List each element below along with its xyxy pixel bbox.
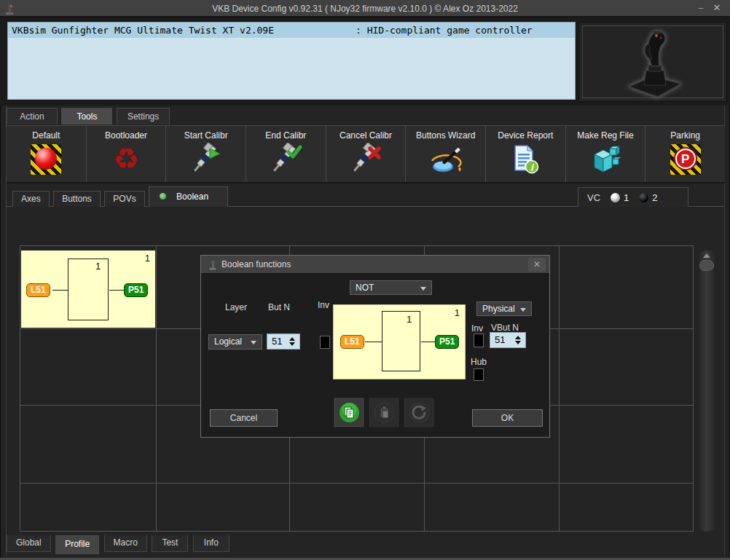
tab-settings[interactable]: Settings <box>117 108 170 125</box>
inv-checkbox[interactable] <box>320 336 330 349</box>
bootloader-button[interactable]: Bootloader ♻ <box>87 126 167 182</box>
gate-number: 1 <box>407 314 412 325</box>
make-reg-file-button[interactable]: Make Reg File <box>566 126 646 182</box>
copy-button[interactable] <box>334 398 364 427</box>
input-badge: L51 <box>340 335 364 349</box>
vc-radio-2[interactable] <box>639 193 648 202</box>
default-button[interactable]: Default <box>7 126 87 182</box>
parking-label: Parking <box>645 130 725 141</box>
dialog-joystick-icon <box>208 259 218 271</box>
end-calibr-button[interactable]: End Calibr <box>246 126 326 182</box>
scroll-up-arrow[interactable] <box>703 253 710 258</box>
bottom-tabbar: Global Profile Macro Test Info <box>7 535 231 555</box>
layer-label: Layer <box>225 302 247 312</box>
tab-boolean-label: Boolean <box>176 192 208 202</box>
device-row[interactable]: VKBsim Gunfighter MCG Ultimate Twist XT … <box>8 23 575 38</box>
vbut-n-spinner[interactable]: 51 <box>490 332 526 348</box>
end-calibr-label: End Calibr <box>246 130 326 141</box>
tab-axes[interactable]: Axes <box>12 191 50 207</box>
spinner-down-icon[interactable] <box>289 342 295 346</box>
start-calibr-label: Start Calibr <box>166 130 246 141</box>
vc-panel: VC 1 2 <box>578 187 688 207</box>
paste-button[interactable] <box>369 398 399 427</box>
tab-tools[interactable]: Tools <box>61 108 112 125</box>
scroll-thumb[interactable] <box>699 260 714 271</box>
parking-icon: P <box>669 143 702 176</box>
device-report-icon: i <box>509 143 542 176</box>
device-report-button[interactable]: Device Report i <box>486 126 566 182</box>
device-list[interactable]: VKBsim Gunfighter MCG Ultimate Twist XT … <box>7 22 576 100</box>
spinner-down-icon[interactable] <box>515 341 521 344</box>
output-badge: P51 <box>124 283 148 297</box>
function-select[interactable]: NOT <box>350 280 432 295</box>
chevron-down-icon <box>520 308 526 312</box>
layer-select[interactable]: Logical <box>208 334 262 350</box>
buttons-wizard-icon <box>429 143 463 176</box>
output-badge: P51 <box>435 335 459 349</box>
joystick-image <box>616 27 691 100</box>
chevron-down-icon <box>251 341 256 344</box>
ok-button[interactable]: OK <box>472 409 543 427</box>
but-n-label: But N <box>268 302 290 312</box>
tab-povs[interactable]: POVs <box>104 191 144 207</box>
wire <box>109 290 124 291</box>
dialog-diagram: 1 1 L51 P51 <box>333 304 466 379</box>
inv2-checkbox[interactable] <box>474 334 484 347</box>
tab-macro[interactable]: Macro <box>104 535 147 552</box>
minimize-button[interactable]: – <box>692 0 710 17</box>
tab-global[interactable]: Global <box>7 535 51 552</box>
gate-number: 1 <box>95 261 101 272</box>
bootloader-label: Bootloader <box>87 130 166 141</box>
but-n-spinner[interactable]: 51 <box>267 334 300 350</box>
gate-box <box>382 311 420 371</box>
spinner-up-icon[interactable] <box>289 337 295 341</box>
titlebar: VKB Device Config v0.92.31 ( NJoy32 firm… <box>0 0 730 17</box>
input-badge: L51 <box>26 283 50 297</box>
tab-action[interactable]: Action <box>7 108 58 125</box>
close-button[interactable]: ✕ <box>708 0 726 17</box>
vertical-scrollbar[interactable] <box>698 251 716 532</box>
parking-button[interactable]: Parking P <box>645 126 725 182</box>
vc-option-1-label: 1 <box>624 192 629 203</box>
buttons-wizard-button[interactable]: Buttons Wizard <box>406 126 486 182</box>
cancel-calibr-label: Cancel Calibr <box>326 130 406 141</box>
tab-profile[interactable]: Profile <box>55 535 99 554</box>
dialog-titlebar[interactable]: Boolean functions ✕ <box>201 256 549 274</box>
grid-line <box>156 246 157 531</box>
copy-icon <box>339 402 360 423</box>
paste-icon <box>374 402 395 423</box>
cancel-calibr-button[interactable]: Cancel Calibr <box>326 126 407 182</box>
spinner-up-icon[interactable] <box>515 336 521 339</box>
reset-button[interactable] <box>404 398 434 427</box>
default-icon <box>29 143 63 176</box>
grid-line <box>559 246 560 531</box>
tab-info[interactable]: Info <box>193 535 229 552</box>
cancel-button[interactable]: Cancel <box>210 409 278 427</box>
vc-radio-1[interactable] <box>611 193 620 202</box>
hub-label: Hub <box>471 357 487 367</box>
cancel-calibr-icon <box>349 143 382 176</box>
tab-test[interactable]: Test <box>152 535 188 552</box>
output-type-select[interactable]: Physical <box>476 301 532 316</box>
vbut-n-label: VBut N <box>491 323 519 333</box>
tab-boolean[interactable]: Boolean <box>149 186 228 207</box>
boolean-functions-dialog: Boolean functions ✕ NOT Layer But N Inv … <box>200 255 550 438</box>
tab-buttons[interactable]: Buttons <box>53 191 101 207</box>
vkb-device-config-window: { "titlebar": { "title": "VKB Device Con… <box>0 0 730 560</box>
wire <box>52 290 68 291</box>
but-n-value: 51 <box>272 336 282 347</box>
device-report-label: Device Report <box>486 130 565 141</box>
default-label: Default <box>7 130 86 141</box>
dialog-close-button[interactable]: ✕ <box>528 258 546 272</box>
vbut-n-value: 51 <box>495 334 505 345</box>
boolean-cell-1[interactable]: 1 1 L51 P51 <box>21 251 155 328</box>
hub-checkbox[interactable] <box>474 368 484 381</box>
device-type: : HID-compliant game controller <box>356 25 533 36</box>
end-calibr-icon <box>269 143 302 176</box>
top-section: VKBsim Gunfighter MCG Ultimate Twist XT … <box>0 17 730 106</box>
start-calibr-button[interactable]: Start Calibr <box>166 126 246 182</box>
device-photo-panel <box>578 22 727 102</box>
grid-line <box>20 483 693 484</box>
output-type-value: Physical <box>482 304 515 314</box>
make-reg-file-label: Make Reg File <box>566 130 645 141</box>
